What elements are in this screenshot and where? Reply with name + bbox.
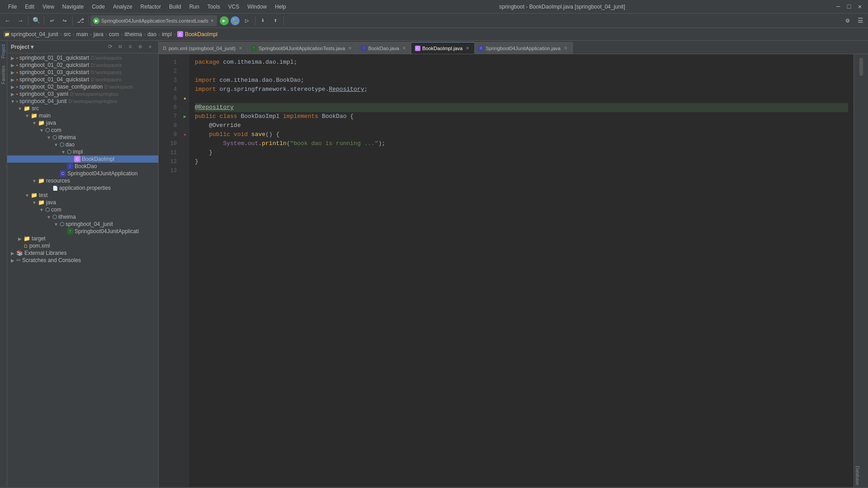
tab-tests[interactable]: T Springboot04JunitApplicationTests.java… [248,42,357,54]
git-update-button[interactable]: ⬇ [257,15,269,26]
tree-item-module1[interactable]: ▶ ▪ springboot_01_01_quickstart D:\works… [7,54,158,61]
run-button[interactable]: ▶ [220,16,229,25]
menu-navigate[interactable]: Navigate [59,3,87,11]
toolbar-separator-5 [255,16,255,25]
tree-item-impl[interactable]: ▼ ⬡ impl [7,148,158,155]
window-controls: ─ □ ✕ [835,3,863,10]
project-sidebar-tab[interactable]: Project [1,44,6,58]
tab-springbootapp[interactable]: C Springboot04JunitApplication.java ✕ [475,42,573,54]
maximize-button[interactable]: □ [845,3,853,10]
breadcrumb-dao[interactable]: dao [147,31,156,38]
tab-pom[interactable]: 🗋 pom.xml (springboot_04_junit) ✕ [159,42,248,54]
tree-item-module6[interactable]: ▶ ▪ springboot_03_yaml D:\workspace\spri… [7,90,158,98]
tree-item-itheima[interactable]: ▼ ⬡ itheima [7,134,158,141]
scrollbar-thumb[interactable] [859,58,863,76]
tree-item-scratches[interactable]: ▶ ✏ Scratches and Consoles [7,257,158,264]
database-panel-tab[interactable]: Database [854,464,868,487]
editor-scrollbar[interactable] [854,54,868,464]
back-button[interactable]: ← [2,15,14,26]
vcs-menu-button[interactable]: ☰ [854,15,866,26]
code-editor[interactable]: package com.itheima.dao.impl; import com… [189,54,854,487]
favorites-sidebar-tab[interactable]: Favorites [1,66,6,84]
git-button[interactable]: ⎇ [75,15,86,26]
menu-analyze[interactable]: Analyze [109,3,136,11]
menu-vcs[interactable]: VCS [225,3,243,11]
breadcrumb-itheima[interactable]: itheima [124,31,142,38]
tree-item-module3[interactable]: ▶ ▪ springboot_01_03_quickstart D:\works… [7,69,158,76]
run-config-selector[interactable]: ▶ Springboot04JunitApplicationTests.cont… [90,15,217,26]
tree-item-main[interactable]: ▼ 📁 main [7,112,158,119]
tab-close-tests[interactable]: ✕ [347,45,353,52]
debug-marker-9: ● [184,132,186,137]
search-everywhere-button[interactable]: 🔍 [30,15,42,26]
tree-item-external-libs[interactable]: ▶ 📚 External Libraries [7,249,158,257]
menu-refactor[interactable]: Refactor [137,3,165,11]
undo-button[interactable]: ↩ [46,15,58,26]
toolbar-separator-4 [88,16,89,25]
tree-item-resources[interactable]: ▼ 📁 resources [7,177,158,184]
redo-button[interactable]: ↪ [59,15,71,26]
tree-item-pom[interactable]: 🗋 pom.xml [7,242,158,249]
breadcrumb-src[interactable]: src [64,31,71,38]
tree-item-properties[interactable]: 📄 application.properties [7,184,158,192]
tree-item-test-class[interactable]: T Springboot04JunitApplicati [7,228,158,235]
tree-item-module2[interactable]: ▶ ▪ springboot_01_02_quickstart D:\works… [7,61,158,69]
menu-help[interactable]: Help [271,3,290,11]
menu-window[interactable]: Window [244,3,270,11]
tab-close-pom[interactable]: ✕ [237,45,244,52]
coverage-button[interactable]: ▷ [241,15,253,26]
menu-code[interactable]: Code [88,3,108,11]
tree-item-module7[interactable]: ▼ ▪ springboot_04_junit D:\workspace\spr… [7,98,158,105]
tree-item-java-main[interactable]: ▼ 📁 java [7,119,158,127]
menu-file[interactable]: File [5,3,20,11]
minimize-button[interactable]: ─ [835,3,842,10]
tab-close-bookdao[interactable]: ✕ [401,45,407,52]
panel-settings-button[interactable]: ⚙ [136,42,145,52]
left-sidebar-icons: Project Favorites [0,41,7,487]
menu-view[interactable]: View [39,3,58,11]
breadcrumb-java[interactable]: java [94,31,104,38]
debug-button[interactable]: 🐛 [231,16,240,25]
tree-item-dao[interactable]: ▼ ⬡ dao [7,141,158,148]
forward-button[interactable]: → [14,15,26,26]
tree-item-test[interactable]: ▼ 📁 test [7,192,158,199]
test-itheima-package-icon: ⬡ [52,214,57,220]
collapse-all-button[interactable]: ⊟ [116,42,125,52]
tree-item-test-com[interactable]: ▼ ⬡ com [7,206,158,213]
git-push-button[interactable]: ⬆ [270,15,282,26]
close-panel-button[interactable]: ✕ [146,42,155,52]
pom-icon: 🗋 [24,244,28,249]
impl-package-icon: ⬡ [67,149,71,155]
breadcrumb-project[interactable]: 📁 springboot_04_junit [4,31,58,38]
menu-run[interactable]: Run [186,3,203,11]
expand-all-button[interactable]: ≡ [126,42,135,52]
class-icon-tree: C [74,156,80,162]
bookdaoimpl-tab-icon: C [415,46,420,51]
tab-bookdao[interactable]: I BookDao.java ✕ [357,42,411,54]
breadcrumb-impl[interactable]: impl [162,31,172,38]
tree-item-bookdaoimpl[interactable]: C BookDaoImpl [7,155,158,163]
tree-item-springboot-app[interactable]: C Springboot04JunitApplication [7,170,158,177]
tree-item-java-test[interactable]: ▼ 📁 java [7,199,158,206]
breadcrumb-bookdaoimpl[interactable]: C BookDaoImpl [177,31,217,38]
breadcrumb-com[interactable]: com [109,31,119,38]
tab-bookdaoimpl[interactable]: C BookDaoImpl.java ✕ [411,42,475,54]
tree-item-test-pkg[interactable]: ▼ ⬡ springboot_04_junit [7,221,158,228]
tree-item-module4[interactable]: ▶ ▪ springboot_01_04_quickstart D:\works… [7,76,158,83]
sync-panel-button[interactable]: ⟳ [106,42,115,52]
close-button[interactable]: ✕ [856,3,863,10]
tree-item-target[interactable]: ▶ 📁 target [7,235,158,242]
tree-item-test-itheima[interactable]: ▼ ⬡ itheima [7,213,158,221]
tree-item-bookdao[interactable]: I BookDao [7,163,158,170]
tree-item-module5[interactable]: ▶ ▪ springboot_02_base_configuration D:\… [7,83,158,90]
menu-build[interactable]: Build [165,3,185,11]
tree-item-src[interactable]: ▼ 📁 src [7,105,158,112]
editor-tabs: 🗋 pom.xml (springboot_04_junit) ✕ T Spri… [159,41,868,54]
tab-close-springbootapp[interactable]: ✕ [562,45,569,52]
tree-item-com[interactable]: ▼ ⬡ com [7,127,158,134]
menu-edit[interactable]: Edit [21,3,38,11]
breadcrumb-main[interactable]: main [76,31,88,38]
menu-tools[interactable]: Tools [204,3,224,11]
settings-button[interactable]: ⚙ [842,15,854,26]
tab-close-bookdaoimpl[interactable]: ✕ [464,45,471,52]
